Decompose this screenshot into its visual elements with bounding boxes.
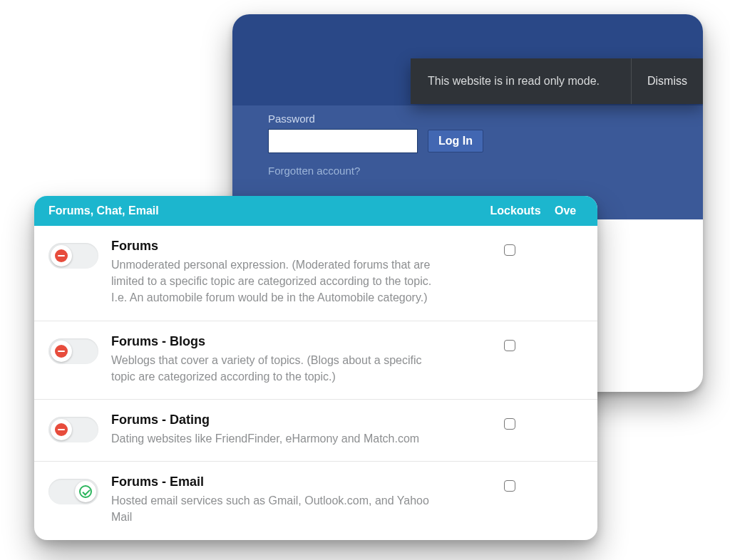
panel-header: Forums, Chat, Email Lockouts Ove (34, 196, 597, 226)
row-desc: Weblogs that cover a variety of topics. … (111, 352, 446, 385)
login-button[interactable]: Log In (428, 130, 483, 152)
lockout-checkbox[interactable] (504, 480, 515, 492)
password-field[interactable] (268, 129, 418, 153)
row-desc: Hosted email services such as Gmail, Out… (111, 492, 446, 525)
header-overflow: Ove (555, 204, 583, 217)
lockout-checkbox[interactable] (504, 244, 515, 256)
notification-text: This website is in read only mode. (411, 75, 631, 88)
toggle-knob (75, 481, 96, 502)
toggle-email[interactable] (48, 479, 98, 504)
lockout-checkbox[interactable] (504, 340, 515, 351)
row-title: Forums (111, 239, 458, 254)
header-title: Forums, Chat, Email (48, 204, 476, 217)
password-label: Password (268, 113, 703, 125)
dismiss-button[interactable]: Dismiss (632, 75, 703, 88)
check-icon (79, 485, 92, 498)
minus-icon (55, 345, 68, 358)
row-title: Forums - Blogs (111, 334, 458, 349)
readonly-notification: This website is in read only mode. Dismi… (411, 58, 703, 104)
toggle-knob (51, 341, 72, 362)
category-row-blogs: Forums - Blogs Weblogs that cover a vari… (34, 321, 597, 400)
lockout-checkbox[interactable] (504, 418, 515, 430)
toggle-dating[interactable] (48, 417, 98, 442)
toggle-forums[interactable] (48, 243, 98, 269)
row-desc: Unmoderated personal expression. (Modera… (111, 256, 446, 306)
header-lockouts: Lockouts (476, 204, 555, 217)
category-row-email: Forums - Email Hosted email services suc… (34, 462, 597, 539)
category-panel: Forums, Chat, Email Lockouts Ove Forums … (34, 196, 597, 540)
row-desc: Dating websites like FriendFinder, eHarm… (111, 430, 446, 447)
row-title: Forums - Dating (111, 413, 458, 427)
category-row-dating: Forums - Dating Dating websites like Fri… (34, 400, 597, 462)
row-title: Forums - Email (111, 475, 458, 489)
toggle-knob (51, 245, 72, 266)
minus-icon (55, 249, 68, 262)
category-row-forums: Forums Unmoderated personal expression. … (34, 226, 597, 321)
toggle-knob (51, 419, 72, 440)
forgot-account-link[interactable]: Forgotten account? (268, 165, 360, 177)
toggle-blogs[interactable] (48, 338, 98, 364)
minus-icon (55, 423, 68, 436)
